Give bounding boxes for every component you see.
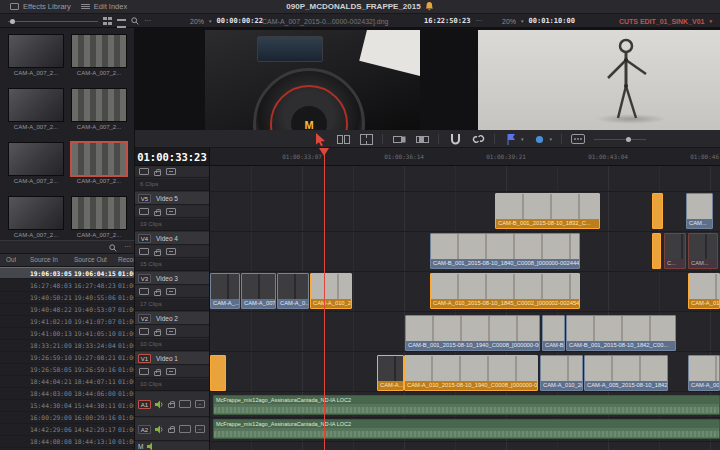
track-header-v5[interactable]: V5 Video 5 xyxy=(135,192,210,205)
zoom-slider-knob[interactable] xyxy=(626,137,631,142)
search-icon[interactable] xyxy=(109,244,117,252)
selection-tool-icon[interactable] xyxy=(313,133,327,145)
edit-index-row[interactable]: 18:44:03:0018:44:06:0001:00 xyxy=(0,388,135,400)
edit-index-row[interactable]: 16:00:29:0916:00:29:1601:00 xyxy=(0,412,135,424)
auto-select-icon[interactable] xyxy=(166,328,176,335)
audio-format-icon[interactable] xyxy=(179,400,191,408)
timeline-viewer[interactable] xyxy=(478,30,720,130)
flag-chevron-icon[interactable]: ▾ xyxy=(521,136,524,142)
edit-index-row[interactable]: 18:44:04:2118:44:07:1101:00 xyxy=(0,376,135,388)
timeline-zoom-slider[interactable] xyxy=(594,139,646,140)
timeline-clip-selected[interactable]: CAM-A_010_2015-08-10_1845_C0002_[000002-… xyxy=(430,273,580,309)
timeline-clip[interactable]: CAM-A_0... xyxy=(277,273,309,309)
notification-bell-icon[interactable] xyxy=(426,2,434,11)
media-thumbnail[interactable] xyxy=(71,34,127,68)
auto-select-icon[interactable] xyxy=(166,288,176,295)
track-header-a2[interactable]: A2 − xyxy=(135,418,210,441)
marker-chevron-icon[interactable]: ▾ xyxy=(550,136,553,142)
edit-index-row[interactable]: 18:44:08:0818:44:13:1001:00 xyxy=(0,436,135,448)
track-enable-icon[interactable] xyxy=(139,168,149,175)
edit-index-row-selected[interactable]: 19:06:03:0519:06:04:1501:00 xyxy=(0,267,135,279)
column-header[interactable]: Record xyxy=(118,256,135,263)
track-lock-icon[interactable] xyxy=(154,331,161,336)
track-lock-icon[interactable] xyxy=(154,291,161,296)
timeline-clip-selected[interactable]: CAM-A_010... xyxy=(688,273,720,309)
more-options-icon[interactable]: ⋯ xyxy=(144,17,151,25)
audio-format-icon[interactable] xyxy=(179,425,191,433)
track-enable-icon[interactable] xyxy=(139,208,149,215)
track-header-v4[interactable]: V4 Video 4 xyxy=(135,232,210,245)
link-clips-icon[interactable] xyxy=(471,133,485,145)
media-thumbnail[interactable] xyxy=(8,34,64,68)
track-lock-icon[interactable] xyxy=(154,371,161,376)
source-viewer[interactable]: M xyxy=(205,30,420,130)
render-cache-icon[interactable] xyxy=(571,133,585,145)
media-thumbnail[interactable] xyxy=(71,88,127,122)
auto-select-icon[interactable] xyxy=(166,368,176,375)
master-track-badge[interactable]: M xyxy=(138,443,143,450)
media-thumbnail[interactable] xyxy=(8,196,64,230)
slider-knob[interactable] xyxy=(10,19,15,24)
track-header-a1[interactable]: A1 − xyxy=(135,392,210,417)
flag-icon[interactable] xyxy=(504,133,518,145)
media-thumbnail-selected[interactable] xyxy=(71,142,127,176)
timeline-clip[interactable]: C... xyxy=(664,233,686,269)
audio-clip[interactable]: McFrappe_mix12ago_AssinaturaCantada_ND-I… xyxy=(213,395,720,415)
timeline-lanes[interactable]: CAM-B_001_2015-08-10_1832_C... CAM... CA… xyxy=(210,166,720,450)
edit-index-row[interactable]: 19:26:58:0519:26:59:1601:00 xyxy=(0,364,135,376)
edit-index-row[interactable]: 19:41:02:1019:41:07:0701:00 xyxy=(0,316,135,328)
effects-library-button[interactable]: Effects Library xyxy=(10,2,71,11)
timeline-clip-selected[interactable] xyxy=(210,355,226,391)
timeline-clip[interactable]: CAM... xyxy=(688,233,718,269)
timeline-clip[interactable]: CAM-A_... xyxy=(210,273,240,309)
column-header[interactable]: Source In xyxy=(30,256,58,263)
track-header-v2[interactable]: V2 Video 2 xyxy=(135,312,210,325)
timeline-clip[interactable]: CAM-B_001_2015-08-10_1840_C0008_[000000-… xyxy=(430,233,580,269)
auto-select-icon[interactable] xyxy=(166,248,176,255)
timeline-clip[interactable]: CAM-B_001_2015-08-10_1940_C0008_[000000-… xyxy=(405,315,540,351)
audio-enable-speaker-icon[interactable] xyxy=(155,425,164,434)
timeline-clip-selected[interactable] xyxy=(652,193,663,229)
timeline-clip-selected[interactable]: CAM-B_001_2015-08-10_1832_C... xyxy=(495,193,600,229)
timeline-zoom-chevron[interactable]: ▾ xyxy=(521,18,524,24)
track-lock-icon[interactable] xyxy=(154,171,161,176)
edit-index-row[interactable]: 15:44:30:0415:44:38:1101:00 xyxy=(0,400,135,412)
source-zoom-chevron[interactable]: ▾ xyxy=(209,18,212,24)
timeline-ruler[interactable]: 01:00:33:07 01:00:36:14 01:00:39:21 01:0… xyxy=(210,148,720,166)
timeline-clip[interactable]: CAM-A_007_... xyxy=(241,273,276,309)
audio-enable-speaker-icon[interactable] xyxy=(155,400,164,409)
timeline-zoom-value[interactable]: 20% xyxy=(502,18,516,25)
track-header-v3[interactable]: V3 Video 3 xyxy=(135,272,210,285)
media-thumbnail[interactable] xyxy=(8,88,64,122)
edit-index-row[interactable]: 19:40:48:2219:40:53:0701:00 xyxy=(0,304,135,316)
timeline-clip-selected[interactable]: CAM-A_010_2... xyxy=(310,273,352,309)
track-lock-icon[interactable] xyxy=(154,211,161,216)
auto-select-icon[interactable] xyxy=(166,208,176,215)
edit-index-row[interactable]: 14:42:29:0614:42:29:1701:00 xyxy=(0,424,135,436)
audio-track-badge[interactable]: A1 xyxy=(138,400,151,409)
timeline-clip-selected[interactable]: CAM-A_010_2015-08-10_1940_C0008_[000000-… xyxy=(404,355,538,391)
track-header-master[interactable]: M xyxy=(135,442,210,450)
media-thumbnail[interactable] xyxy=(71,196,127,230)
audio-track-badge[interactable]: A2 xyxy=(138,425,151,434)
audio-enable-speaker-icon[interactable] xyxy=(147,442,156,450)
track-enable-icon[interactable] xyxy=(139,328,149,335)
track-lock-icon[interactable] xyxy=(168,403,175,408)
edit-index-row[interactable]: 19:41:00:1319:41:05:1001:00 xyxy=(0,328,135,340)
source-more-icon[interactable]: ⋯ xyxy=(475,17,482,25)
track-badge[interactable]: V5 xyxy=(138,194,151,203)
edit-index-row[interactable]: 16:27:48:0316:27:48:2301:00 xyxy=(0,280,135,292)
edit-index-row[interactable]: 19:40:50:2119:40:55:0601:00 xyxy=(0,292,135,304)
track-enable-icon[interactable] xyxy=(139,288,149,295)
track-options-icon[interactable]: − xyxy=(195,425,205,433)
track-options-icon[interactable]: − xyxy=(195,400,205,408)
timeline-name-chevron[interactable]: ▾ xyxy=(709,18,712,24)
track-enable-icon[interactable] xyxy=(139,368,149,375)
timeline-clip-selected[interactable]: CAM-A... xyxy=(377,355,404,391)
source-zoom-value[interactable]: 20% xyxy=(190,18,204,25)
timeline-clip[interactable]: CAM-A_00... xyxy=(688,355,720,391)
edit-index-button[interactable]: Edit Index xyxy=(81,2,127,11)
insert-clip-icon[interactable] xyxy=(392,133,406,145)
track-badge[interactable]: V3 xyxy=(138,274,151,283)
track-lock-icon[interactable] xyxy=(168,428,175,433)
